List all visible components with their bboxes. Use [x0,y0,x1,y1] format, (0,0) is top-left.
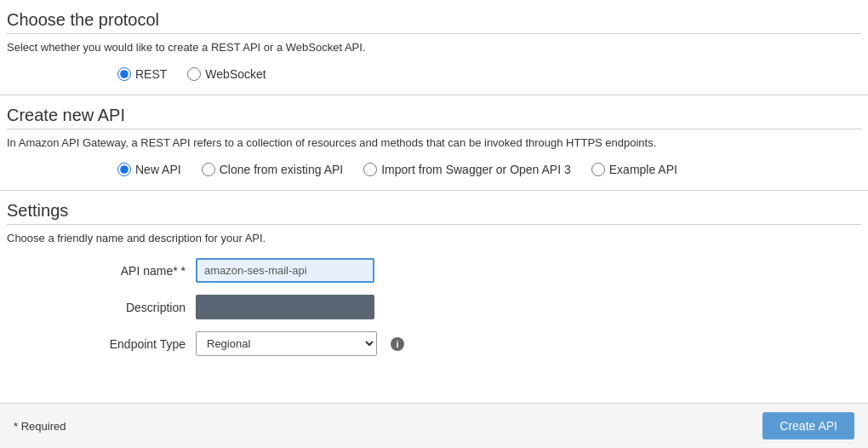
new-api-radio[interactable] [117,163,131,176]
settings-divider [7,224,861,225]
import-api-radio[interactable] [363,163,377,176]
protocol-rest-label: REST [135,67,167,81]
settings-form: API name* Description Endpoint Type Regi… [7,248,861,366]
protocol-rest-radio[interactable] [117,67,131,81]
create-api-description: In Amazon API Gateway, a REST API refers… [7,136,861,149]
settings-title: Settings [7,201,861,221]
settings-description: Choose a friendly name and description f… [7,232,861,244]
protocol-websocket-radio[interactable] [187,67,201,81]
footer: * Required Create API [0,403,868,448]
protocol-title: Choose the protocol [7,10,861,30]
create-api-divider [7,129,861,129]
example-api-label: Example API [609,163,677,176]
clone-api-label: Clone from existing API [220,163,344,176]
protocol-websocket-label: WebSocket [205,67,266,81]
protocol-rest-option[interactable]: REST [117,67,167,81]
create-api-button[interactable]: Create API [762,412,854,439]
create-api-title: Create new API [7,106,861,125]
create-api-section: Create new API In Amazon API Gateway, a … [0,95,868,191]
description-row: Description [75,295,374,319]
description-input[interactable] [196,295,374,319]
endpoint-type-label: Endpoint Type [75,337,186,351]
new-api-label: New API [135,163,181,176]
protocol-description: Select whether you would like to create … [7,41,861,54]
api-name-input[interactable] [196,258,374,283]
new-api-option[interactable]: New API [117,163,181,176]
example-api-option[interactable]: Example API [591,163,677,176]
import-api-option[interactable]: Import from Swagger or Open API 3 [363,163,571,176]
endpoint-type-info-icon[interactable]: i [391,337,404,351]
clone-api-option[interactable]: Clone from existing API [202,163,344,176]
example-api-radio[interactable] [591,163,605,176]
api-name-label: API name* [75,264,186,278]
clone-api-radio[interactable] [202,163,215,176]
create-api-radio-group: New API Clone from existing API Import f… [7,152,861,183]
description-label: Description [75,301,186,314]
api-name-row: API name* [75,258,374,283]
protocol-websocket-option[interactable]: WebSocket [187,67,266,81]
endpoint-type-select[interactable]: Regional Edge Optimized Private [196,331,377,356]
protocol-divider [7,33,861,34]
required-note: * Required [14,420,66,433]
import-api-label: Import from Swagger or Open API 3 [381,163,571,176]
protocol-radio-group: REST WebSocket [7,57,861,88]
protocol-section: Choose the protocol Select whether you w… [0,0,868,95]
endpoint-type-row: Endpoint Type Regional Edge Optimized Pr… [75,331,404,356]
settings-section: Settings Choose a friendly name and desc… [0,191,868,373]
